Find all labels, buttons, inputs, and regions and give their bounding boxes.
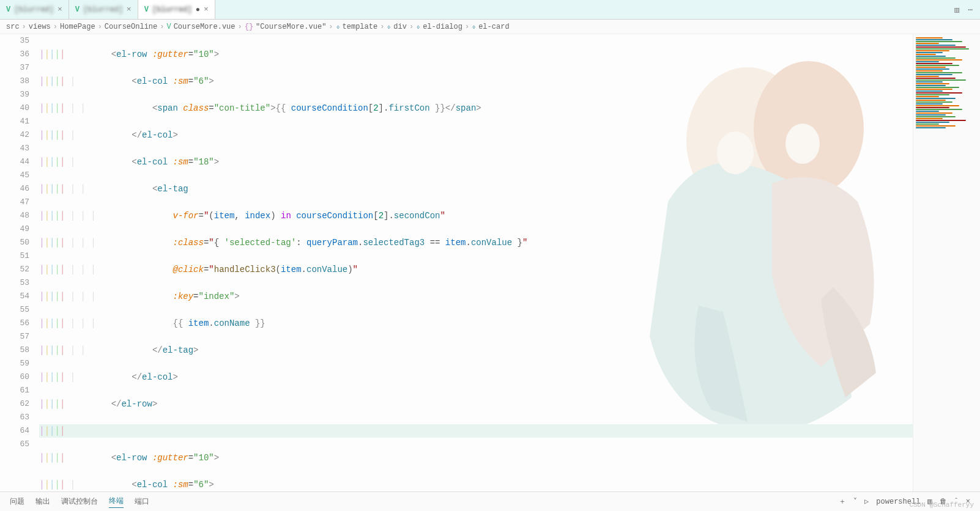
close-icon[interactable]: × [58, 5, 62, 14]
close-icon[interactable]: × [127, 5, 132, 14]
tab-label: [blurred] [14, 6, 54, 14]
close-icon[interactable]: × [204, 5, 209, 14]
panel-tab-terminal[interactable]: 终端 [109, 496, 124, 508]
new-terminal-icon[interactable]: ＋ [839, 496, 846, 507]
breadcrumb-item[interactable]: el-dialog [423, 23, 462, 31]
line-gutter: 353637 383940 414243 444546 474849 50515… [0, 34, 39, 491]
dropdown-icon[interactable]: ˅ [853, 497, 857, 506]
breadcrumb-item[interactable]: template [343, 23, 378, 31]
tab-label: [blurred] [152, 6, 192, 14]
vue-icon: V [144, 6, 149, 14]
breadcrumb-item[interactable]: CourseOnline [105, 23, 157, 31]
breadcrumb-item[interactable]: el-card [478, 23, 509, 31]
panel-tab-output[interactable]: 输出 [35, 496, 50, 507]
tab-file-3[interactable]: V [blurred] ● × [138, 0, 215, 19]
vue-icon: V [6, 6, 10, 14]
minimap[interactable] [913, 34, 980, 491]
more-icon[interactable]: ⋯ [968, 5, 973, 15]
editor[interactable]: 353637 383940 414243 444546 474849 50515… [0, 34, 980, 491]
vue-icon: V [166, 23, 171, 31]
terminal-shell-icon: ▷ [864, 497, 869, 506]
editor-tabs: V [blurred] × V [blurred] × V [blurred] … [0, 0, 980, 20]
bottom-panel: 问题 输出 调试控制台 终端 端口 ＋ ˅ ▷ powershell ▥ 🗑 ˆ… [0, 491, 980, 511]
tab-file-2[interactable]: V [blurred] × [69, 0, 138, 19]
vue-icon: V [75, 6, 80, 14]
split-editor-icon[interactable]: ▥ [954, 5, 959, 15]
dirty-icon: ● [196, 6, 200, 14]
panel-tab-debug[interactable]: 调试控制台 [61, 496, 98, 507]
tag-icon: ⬨ [387, 23, 391, 31]
tab-label: [blurred] [83, 6, 123, 14]
breadcrumb-item[interactable]: HomePage [60, 23, 95, 31]
breadcrumb: src› views› HomePage› CourseOnline› V Co… [0, 20, 980, 34]
tag-icon: ⬨ [416, 23, 420, 31]
breadcrumb-item[interactable]: views [29, 23, 51, 31]
breadcrumb-item[interactable]: div [393, 23, 407, 31]
tag-icon: ⬨ [472, 23, 476, 31]
breadcrumb-item[interactable]: CourseMore.vue [174, 23, 236, 31]
tab-file-1[interactable]: V [blurred] × [0, 0, 69, 19]
brace-icon: {} [245, 23, 253, 31]
panel-tab-ports[interactable]: 端口 [135, 496, 149, 507]
breadcrumb-item[interactable]: "CourseMore.vue" [256, 23, 326, 31]
breadcrumb-item[interactable]: src [6, 23, 20, 31]
panel-tab-problems[interactable]: 问题 [10, 496, 24, 507]
tag-icon: ⬨ [336, 23, 340, 31]
watermark: CSDN @Schafferyy [909, 501, 974, 509]
code-content[interactable]: │││││ <el-row :gutter="10"> │││││ │ <el-… [39, 34, 913, 491]
